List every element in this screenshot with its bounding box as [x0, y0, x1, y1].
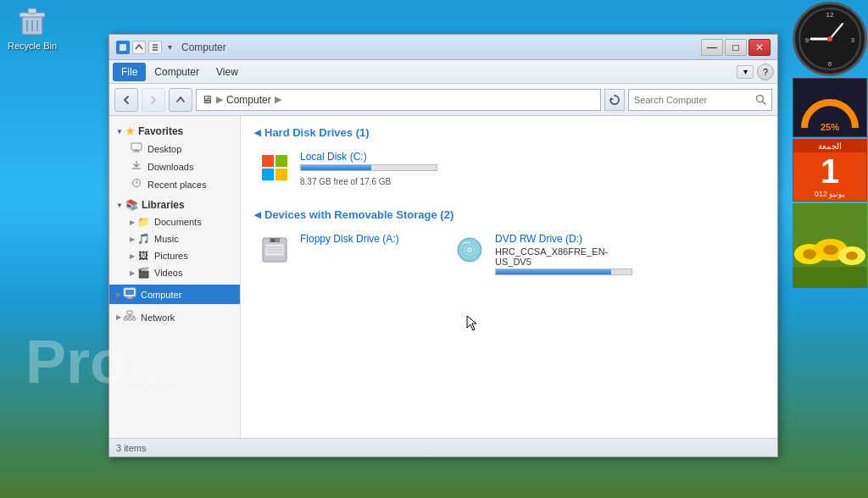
- svg-point-19: [803, 249, 816, 259]
- content-panel: ◀ Hard Disk Drives (1): [241, 116, 777, 438]
- svg-rect-35: [128, 296, 131, 298]
- toolbar: 🖥 ▶ Computer ▶: [109, 84, 777, 116]
- svg-point-60: [469, 249, 471, 252]
- network-sidebar-icon: [123, 310, 136, 324]
- calendar-day-number: 1: [821, 152, 839, 190]
- local-disk-bar-container: [300, 164, 437, 171]
- dvd-drive-bar-container: [495, 268, 632, 275]
- svg-rect-37: [127, 311, 132, 314]
- calendar-month-year: يونيو 012: [815, 190, 846, 201]
- hard-drives-grid: Local Disk (C:) 8.37 GB free of 17.6 GB: [254, 147, 764, 191]
- search-input[interactable]: [634, 95, 752, 105]
- svg-rect-45: [262, 155, 274, 167]
- dropdown-arrow[interactable]: ▾: [164, 41, 175, 54]
- svg-point-13: [827, 36, 832, 42]
- removable-section: ◀ Devices with Removable Storage (2): [254, 208, 764, 280]
- up-button[interactable]: [169, 88, 192, 112]
- sidebar-item-pictures[interactable]: ▶ 🖼 Pictures: [109, 247, 240, 264]
- status-bar: 3 items: [109, 438, 777, 456]
- svg-rect-40: [132, 318, 136, 320]
- menu-file[interactable]: File: [113, 63, 146, 81]
- sidebar-item-music[interactable]: ▶ 🎵 Music: [109, 230, 240, 247]
- sidebar-header-libraries[interactable]: ▼ 📚 Libraries: [109, 196, 240, 213]
- drive-item-c[interactable]: Local Disk (C:) 8.37 GB free of 17.6 GB: [254, 147, 441, 191]
- menu-view[interactable]: View: [208, 63, 247, 81]
- back-button[interactable]: [114, 88, 138, 112]
- address-bar-folder-icon: 🖥: [202, 93, 213, 106]
- help-button[interactable]: ?: [757, 64, 774, 80]
- sidebar-item-computer[interactable]: ▶ Computer: [109, 285, 240, 304]
- sidebar-header-favorites[interactable]: ▼ ★ Favorites: [109, 123, 240, 140]
- minimize-button[interactable]: —: [701, 39, 723, 56]
- search-icon: [755, 94, 766, 105]
- svg-rect-28: [135, 150, 138, 152]
- recent-icon: [130, 178, 143, 191]
- sidebar-item-desktop[interactable]: Desktop: [109, 140, 240, 158]
- calendar-widget: الجمعة 1 يونيو 012: [793, 139, 867, 202]
- quick-access-icon-1[interactable]: [116, 41, 130, 54]
- hard-disk-section: ◀ Hard Disk Drives (1): [254, 126, 764, 191]
- window-title: Computer: [181, 42, 226, 53]
- quick-access-icon-3[interactable]: [148, 41, 162, 54]
- sidebar-item-videos-label: Videos: [154, 268, 182, 278]
- svg-rect-46: [275, 155, 287, 167]
- menu-bar: File Computer View ▾ ?: [109, 60, 777, 84]
- svg-marker-24: [610, 97, 614, 101]
- sidebar-item-downloads[interactable]: Downloads: [109, 158, 240, 175]
- svg-point-20: [823, 245, 838, 255]
- expand-ribbon-button[interactable]: ▾: [737, 65, 754, 79]
- maximize-button[interactable]: □: [725, 39, 747, 56]
- sidebar-item-desktop-label: Desktop: [147, 144, 181, 154]
- forward-button[interactable]: [142, 88, 165, 112]
- svg-line-26: [763, 102, 765, 104]
- floppy-disk-icon: [258, 233, 292, 267]
- sidebar-item-recent-label: Recent places: [147, 180, 207, 190]
- svg-text:3: 3: [851, 36, 855, 44]
- sidebar-item-documents[interactable]: ▶ 📁 Documents: [109, 213, 240, 230]
- refresh-button[interactable]: [604, 89, 625, 111]
- drive-item-dvd[interactable]: DVD RW Drive (D:) HRC_CCSA_X86FRE_EN-US_…: [449, 230, 636, 280]
- quick-access-icon-2[interactable]: [132, 41, 146, 54]
- downloads-icon: [130, 160, 143, 173]
- drive-item-floppy[interactable]: Floppy Disk Drive (A:): [254, 230, 441, 280]
- svg-point-25: [757, 96, 764, 102]
- main-area: ▼ ★ Favorites Desktop Down: [109, 116, 777, 438]
- removable-section-title: ◀ Devices with Removable Storage (2): [254, 208, 764, 221]
- floppy-drive-name: Floppy Disk Drive (A:): [300, 233, 437, 245]
- search-box[interactable]: [628, 89, 772, 111]
- floppy-drive-info: Floppy Disk Drive (A:): [300, 233, 437, 246]
- cursor: [465, 314, 479, 335]
- calendar-day-name: الجمعة: [793, 140, 866, 152]
- sidebar-item-videos[interactable]: ▶ 🎬 Videos: [109, 264, 240, 281]
- dvd-drive-bar: [496, 269, 611, 274]
- address-bar-end-arrow: ▶: [275, 94, 281, 105]
- address-bar[interactable]: 🖥 ▶ Computer ▶: [196, 89, 601, 111]
- sidebar-item-pictures-label: Pictures: [154, 251, 188, 261]
- recycle-bin-label: Recycle Bin: [8, 41, 57, 51]
- sidebar-section-libraries: ▼ 📚 Libraries ▶ 📁 Documents ▶ 🎵 Music: [109, 196, 240, 281]
- videos-icon: 🎬: [136, 267, 150, 279]
- recycle-bin[interactable]: Recycle Bin: [7, 4, 58, 51]
- svg-rect-55: [271, 239, 275, 242]
- svg-rect-47: [262, 169, 274, 180]
- menu-computer[interactable]: Computer: [146, 63, 208, 81]
- svg-text:12: 12: [826, 11, 834, 19]
- music-expand: ▶: [130, 235, 135, 243]
- local-disk-bar: [301, 165, 371, 170]
- address-bar-separator: ▶: [216, 94, 223, 105]
- svg-text:25%: 25%: [821, 122, 839, 132]
- sidebar-item-recent[interactable]: Recent places: [109, 175, 240, 193]
- documents-expand: ▶: [130, 219, 135, 226]
- sidebar-item-network[interactable]: ▶ Network: [109, 307, 240, 327]
- dvd-drive-name: DVD RW Drive (D:): [495, 233, 632, 245]
- cpu-widget: 25%: [793, 78, 867, 137]
- removable-section-label: Devices with Removable Storage (2): [264, 208, 453, 221]
- address-bar-path: Computer: [226, 94, 271, 106]
- dvd-drive-icon: [453, 233, 487, 267]
- sidebar-section-favorites: ▼ ★ Favorites Desktop Down: [109, 123, 240, 193]
- sidebar-item-music-label: Music: [154, 234, 179, 244]
- close-button[interactable]: ✕: [748, 39, 771, 56]
- svg-rect-29: [133, 152, 140, 152]
- libraries-expand-icon: ▼: [116, 202, 123, 209]
- local-disk-icon: [258, 151, 292, 185]
